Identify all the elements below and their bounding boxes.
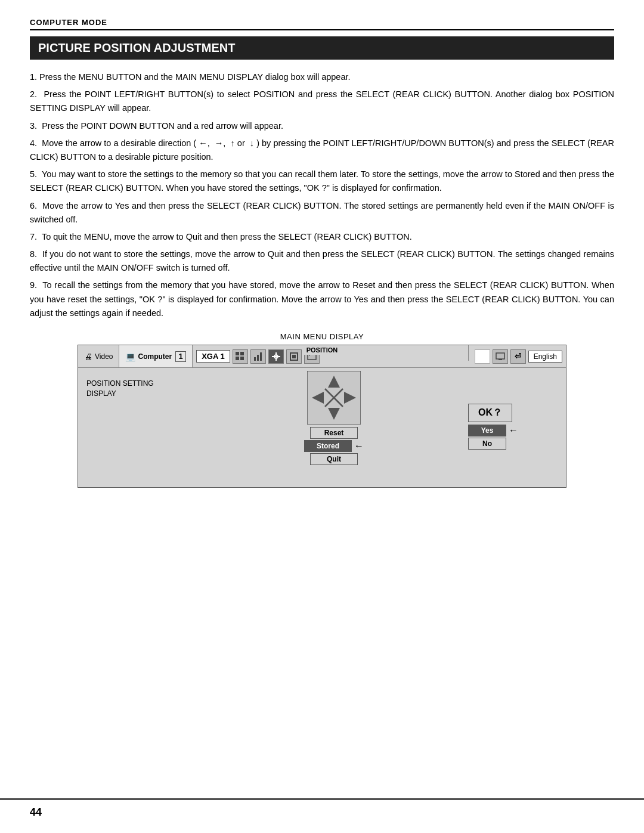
svg-rect-15 [499, 359, 502, 360]
computer-tab-label: Computer [138, 352, 172, 361]
yes-no-area: Yes ← No [468, 425, 518, 450]
yes-arrow-icon: ← [509, 425, 518, 436]
quit-button[interactable]: Quit [310, 453, 358, 465]
xga-label: XGA 1 [196, 350, 230, 363]
instruction-6: 6. Move the arrow to Yes and then press … [30, 199, 614, 227]
video-tab-label: Video [95, 352, 113, 361]
square-icon [286, 349, 302, 364]
page-number: 44 [30, 806, 42, 819]
svg-rect-2 [236, 357, 239, 360]
instruction-7: 7. To quit the MENU, move the arrow to Q… [30, 230, 614, 244]
svg-rect-4 [254, 357, 256, 361]
computer-number: 1 [175, 351, 186, 362]
svg-rect-14 [496, 353, 504, 359]
ok-text: OK？ [468, 404, 512, 422]
position-label: POSITION [303, 345, 342, 355]
tab-video: 🖨 Video [78, 345, 119, 367]
stored-button[interactable]: Stored [304, 440, 352, 452]
section-header: COMPUTER MODE [30, 18, 614, 30]
tab-computer: 💻 Computer 1 [119, 345, 193, 367]
position-icon [268, 349, 284, 364]
stored-row: Stored ← [304, 440, 364, 452]
right-icons-area: ⏎ English [471, 345, 566, 367]
svg-rect-5 [257, 355, 259, 361]
arrow-cross [307, 371, 361, 425]
rsq-buttons: Reset Stored ← Quit [304, 427, 364, 465]
volume-icon: ⏎ [510, 349, 526, 364]
page-title: PICTURE POSITION ADJUSTMENT [30, 36, 614, 60]
printer-icon: 🖨 [84, 352, 92, 361]
menu-body: POSITION SETTINGDISPLAY [78, 368, 566, 487]
grid-icon [233, 349, 248, 364]
computer-icon: 💻 [125, 352, 135, 361]
yes-button[interactable]: Yes [468, 425, 506, 436]
instruction-1: 1. Press the MENU BUTTON and the MAIN ME… [30, 70, 614, 84]
instruction-9: 9. To recall the settings from the memor… [30, 278, 614, 320]
ok-dialog: OK？ Yes ← No [468, 404, 518, 450]
svg-rect-3 [240, 357, 244, 360]
menu-top-bar: 🖨 Video 💻 Computer 1 POSITION XGA 1 [78, 345, 566, 368]
divider-1 [468, 345, 469, 361]
instruction-5: 5. You may want to store the settings to… [30, 168, 614, 195]
instructions-list: 1. Press the MENU BUTTON and the MAIN ME… [30, 70, 614, 320]
svg-rect-6 [260, 352, 262, 361]
diagram-section: MAIN MENU DISPLAY 🖨 Video 💻 Computer 1 P… [30, 332, 614, 488]
reset-button[interactable]: Reset [310, 427, 358, 439]
svg-rect-1 [240, 352, 244, 355]
main-menu-label: MAIN MENU DISPLAY [30, 332, 614, 341]
svg-rect-0 [236, 352, 239, 355]
monitor-icon [493, 349, 508, 364]
instruction-2: 2. Press the POINT LEFT/RIGHT BUTTON(s) … [30, 88, 614, 115]
position-setting-label: POSITION SETTINGDISPLAY [78, 374, 162, 481]
no-button[interactable]: No [468, 438, 506, 450]
instruction-8: 8. If you do not want to store the setti… [30, 247, 614, 275]
bottom-rule [0, 798, 644, 800]
stored-arrow-icon: ← [354, 441, 364, 451]
english-label: English [528, 351, 562, 363]
svg-rect-11 [292, 355, 296, 358]
instruction-3: 3. Press the POINT DOWN BUTTON and a red… [30, 119, 614, 133]
white-rect-icon [475, 349, 490, 364]
position-dialog: Reset Stored ← Quit [304, 371, 364, 465]
menu-display: 🖨 Video 💻 Computer 1 POSITION XGA 1 [78, 345, 566, 488]
yes-row: Yes ← [468, 425, 518, 436]
bar-chart-icon [250, 349, 266, 364]
instruction-4: 4. Move the arrow to a desirable directi… [30, 137, 614, 164]
